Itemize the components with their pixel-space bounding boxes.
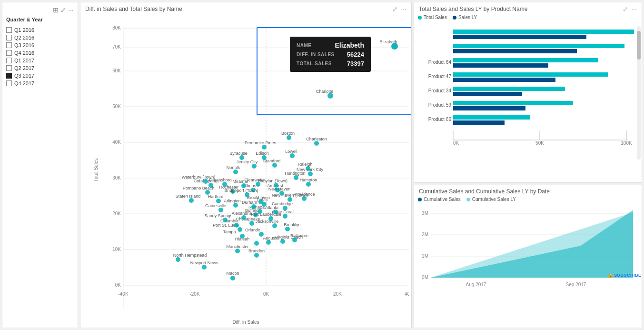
checkbox-2[interactable] [6,42,12,48]
svg-rect-161 [453,120,505,125]
checkbox-1[interactable] [6,35,12,40]
scrollbar-bar[interactable] [637,26,641,160]
filter-label-0: Q1 2016 [14,27,34,33]
svg-rect-148 [453,58,598,62]
svg-point-115 [208,183,213,188]
cumul-label-2: Cumulative Sales LY [472,197,516,202]
svg-rect-165 [453,49,577,53]
svg-text:80K: 80K [112,25,121,30]
filter-item-q4-2016[interactable]: Q4 2016 [6,49,74,57]
bar-chart-title: Total Sales and Sales LY by Product Name [419,6,527,12]
scrollbar-thumb[interactable] [637,31,641,60]
svg-text:Product 59: Product 59 [428,102,452,108]
scatter-menu-icon[interactable]: ··· [401,5,406,13]
svg-text:Manchester: Manchester [226,244,248,249]
svg-point-61 [241,215,246,220]
svg-point-101 [279,191,284,196]
svg-point-53 [272,223,277,228]
svg-text:Tampa: Tampa [223,230,236,234]
svg-text:Charlotte: Charlotte [316,89,334,94]
svg-text:Hampton: Hampton [300,178,317,182]
bar-chart-legend: Total Sales Sales LY [414,14,642,21]
cumul-dot-2 [466,198,470,201]
svg-text:20K: 20K [333,291,342,297]
filter-item-q2-2017[interactable]: Q2 2017 [6,64,74,72]
checkbox-4[interactable] [6,58,12,63]
svg-text:40K: 40K [405,291,409,297]
bar-menu-icon[interactable]: ··· [631,5,637,13]
filter-item-q4-2017[interactable]: Q4 2017 [6,80,74,87]
svg-point-85 [189,198,194,203]
checkbox-6[interactable] [6,73,12,79]
svg-text:Product 64: Product 64 [428,60,452,65]
tooltip-name-value: Elizabeth [335,41,364,49]
svg-point-141 [287,135,291,140]
svg-text:Elizabeth: Elizabeth [379,40,397,44]
right-panel: Total Sales and Sales LY by Product Name… [414,2,642,328]
tooltip-name-label: NAME [297,43,311,48]
checkbox-3[interactable] [6,50,12,56]
svg-point-127 [272,163,277,168]
svg-point-57 [249,221,254,226]
svg-text:Durham: Durham [242,200,257,205]
svg-point-131 [239,155,244,160]
svg-text:Gainesville: Gainesville [205,203,226,208]
svg-text:SUBSCRIBE: SUBSCRIBE [614,273,642,278]
svg-point-133 [262,155,267,160]
svg-text:Orlando: Orlando [245,228,260,232]
filter-label-5: Q2 2017 [14,65,34,71]
svg-point-59 [223,218,228,222]
filter-item-q3-2016[interactable]: Q3 2016 [6,41,74,49]
svg-text:New Haven: New Haven [268,187,291,191]
cumul-label-1: Cumulative Sales [424,197,461,202]
svg-point-109 [256,182,260,187]
svg-rect-152 [453,78,555,82]
filter-item-q1-2017[interactable]: Q1 2017 [6,57,74,64]
svg-text:Sandy Springs: Sandy Springs [205,213,233,218]
y-axis-label: Total Sales [93,158,99,181]
scatter-expand-icon[interactable]: ⤢ [392,5,398,13]
svg-text:Lowell: Lowell [285,149,297,154]
svg-point-43 [292,238,297,242]
svg-rect-154 [453,87,565,91]
svg-text:30K: 30K [112,175,121,180]
filter-item-q2-2016[interactable]: Q2 2016 [6,34,74,41]
svg-point-91 [216,199,221,203]
svg-point-111 [241,183,246,188]
svg-point-73 [258,209,262,214]
svg-rect-162 [453,30,634,34]
filter-label-4: Q1 2017 [14,58,34,63]
bar-expand-icon[interactable]: ⤢ [623,5,628,13]
tooltip-total-label: TOTAL SALES [297,61,332,66]
tooltip-diff-label: DIFF. IN SALES [297,52,335,57]
svg-text:60K: 60K [112,68,121,73]
filter-item-q3-2017[interactable]: Q3 2017 [6,72,74,80]
svg-text:2M: 2M [422,232,428,237]
checkbox-5[interactable] [6,65,12,71]
svg-point-123 [306,166,310,171]
svg-point-87 [287,197,292,202]
svg-point-113 [222,182,227,187]
svg-point-119 [294,175,298,180]
svg-point-129 [233,170,238,174]
svg-text:3M: 3M [422,210,428,216]
svg-rect-155 [453,92,522,96]
cumul-chart-legend: Cumulative Sales Cumulative Sales LY [414,196,642,203]
filter-label-7: Q4 2017 [14,80,34,86]
svg-text:10K: 10K [112,247,121,252]
svg-rect-160 [453,115,530,120]
cumul-dot-1 [418,198,422,201]
svg-point-33 [254,253,259,258]
x-axis-label: Diff. in Sales [233,320,259,325]
svg-point-45 [240,234,245,239]
filter-item-q1-2016[interactable]: Q1 2016 [6,26,74,34]
checkbox-0[interactable] [6,27,12,33]
svg-text:Arlington: Arlington [224,199,241,203]
svg-text:Jersey City: Jersey City [237,160,258,164]
scatter-chart-panel: Diff. in Sales and Total Sales by Name ⤢… [80,2,412,328]
checkbox-7[interactable] [6,80,12,86]
filter-label-3: Q4 2016 [14,50,34,56]
svg-text:Chesapeake: Chesapeake [236,217,260,221]
bar-chart-svg: Product 64 Product 47 Product 34 Product… [414,21,642,169]
svg-text:Syracuse: Syracuse [229,151,248,156]
